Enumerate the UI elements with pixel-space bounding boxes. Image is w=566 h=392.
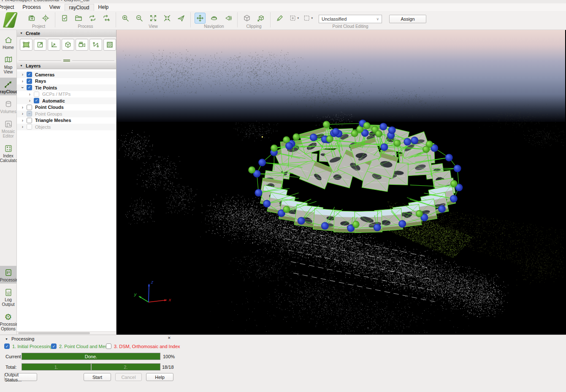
checkbox[interactable]: ✓	[34, 98, 39, 103]
layers-panel-header[interactable]: ▼ Layers	[17, 62, 116, 69]
layers-panel-title: Layers	[26, 63, 41, 68]
collapse-triangle-icon[interactable]: ▼	[5, 338, 8, 341]
processing-panel-title: Processing	[11, 336, 34, 341]
layer-row-tie-points[interactable]: › ✓ Tie Points	[17, 84, 116, 91]
layer-row-gcps-mtps[interactable]: › GCPs / MTPs	[17, 91, 116, 98]
checkbox[interactable]	[106, 343, 111, 349]
checkbox[interactable]: ✓	[27, 85, 32, 90]
create-orthoplane-icon[interactable]	[48, 39, 60, 51]
current-percent: 100%	[163, 354, 175, 359]
create-polyline-icon[interactable]	[89, 39, 102, 51]
expander-icon[interactable]: ›	[27, 92, 32, 97]
expander-icon[interactable]: ›	[20, 72, 25, 77]
process-check-icon[interactable]	[59, 13, 70, 24]
clipping-edit-icon[interactable]	[255, 13, 266, 24]
step-point-cloud-mesh[interactable]: ✓ 2. Point Cloud and Mesh	[51, 343, 110, 349]
sidebar-item-raycloud[interactable]: rayCloud	[0, 78, 16, 95]
sidebar-item-volumes[interactable]: Volumes	[0, 97, 16, 115]
layer-row-automatic[interactable]: › ✓ Automatic	[17, 97, 116, 104]
edit-point-cloud-pen-icon[interactable]	[274, 13, 285, 24]
checkbox[interactable]: –	[27, 111, 32, 116]
create-region-icon[interactable]	[103, 39, 116, 51]
sidebar-item-processing[interactable]: Processing	[0, 266, 16, 284]
sidebar-item-mosaic-editor[interactable]: Mosaic Editor	[0, 117, 16, 140]
expander-icon[interactable]: ›	[20, 79, 25, 84]
close-icon[interactable]: ✕	[168, 336, 171, 340]
expander-icon[interactable]: ›	[27, 98, 32, 103]
expander-icon[interactable]: ›	[20, 105, 25, 110]
cancel-button[interactable]: Cancel	[115, 373, 142, 381]
layer-row-objects[interactable]: › Objects	[17, 124, 116, 130]
assign-button[interactable]: Assign	[389, 15, 426, 23]
expander-icon[interactable]: ›	[20, 124, 25, 129]
open-results-folder-icon[interactable]	[73, 13, 84, 24]
collapse-triangle-icon[interactable]: ▼	[20, 64, 23, 67]
sidebar-item-log-output[interactable]: LOG Log Output	[0, 286, 16, 308]
menu-help[interactable]: Help	[94, 4, 113, 11]
expander-icon[interactable]: ›	[20, 118, 25, 123]
toolbar-group-label: View	[149, 24, 158, 29]
checkbox[interactable]: ✓	[27, 72, 32, 77]
sidebar-item-processing-options[interactable]: ⚙ Processing Options	[0, 310, 16, 333]
layer-row-cameras[interactable]: › ✓ Cameras	[17, 71, 116, 78]
selection-add-tool-icon[interactable]: ▾	[288, 13, 299, 24]
horizontal-scrollbar[interactable]	[17, 331, 116, 335]
raycloud-3d-view[interactable]	[116, 30, 565, 335]
recenter-view-icon[interactable]	[40, 13, 51, 24]
scrollbar-thumb[interactable]	[18, 332, 90, 334]
zoom-selection-icon[interactable]	[162, 13, 173, 24]
clipping-box-icon[interactable]	[241, 13, 252, 24]
layers-tree: › ✓ Cameras › ✓ Rays › ✓ Tie Points › GC…	[17, 69, 116, 331]
menu-process[interactable]: Process	[18, 4, 45, 11]
checkbox[interactable]	[27, 124, 32, 130]
fly-view-icon[interactable]	[176, 13, 187, 24]
left-panel: ▼ Create	[17, 30, 116, 335]
dropdown-caret-icon[interactable]: ▾	[297, 16, 299, 20]
help-button[interactable]: Help	[146, 373, 173, 381]
menu-view[interactable]: View	[45, 4, 65, 11]
create-rectified-surface-icon[interactable]	[34, 39, 46, 51]
zoom-in-icon[interactable]	[120, 13, 131, 24]
create-panel-header[interactable]: ▼ Create	[17, 30, 116, 37]
reprocess-icon[interactable]	[87, 13, 98, 24]
checkbox[interactable]: ✓	[51, 343, 57, 349]
layer-row-point-clouds[interactable]: › Point Clouds	[17, 104, 116, 111]
point-class-dropdown[interactable]: Unclassified ∨	[319, 15, 382, 23]
splitter-handle-icon[interactable]	[63, 59, 70, 62]
home-icon	[4, 35, 13, 45]
checkbox[interactable]	[27, 105, 32, 110]
panel-splitter[interactable]	[17, 59, 116, 62]
sidebar-item-index-calculator[interactable]: Index Calculator	[0, 142, 16, 164]
look-around-icon[interactable]	[222, 13, 233, 24]
checkbox[interactable]	[34, 92, 39, 97]
create-video-animation-icon[interactable]	[76, 39, 88, 51]
trackball-orbit-icon[interactable]	[209, 13, 219, 24]
dropdown-caret-icon[interactable]: ▾	[311, 16, 313, 20]
processing-panel-header[interactable]: ▼ Processing	[5, 336, 34, 341]
layer-row-rays[interactable]: › ✓ Rays	[17, 78, 116, 85]
layer-row-triangle-meshes[interactable]: › Triangle Meshes	[17, 117, 116, 124]
step-dsm-orthomosaic[interactable]: 3. DSM, Orthomosaic and Index	[106, 343, 180, 349]
pan-tool-icon[interactable]	[195, 13, 206, 24]
sidebar-item-map-view[interactable]: Map View	[0, 53, 16, 76]
new-project-icon[interactable]	[26, 13, 37, 24]
step-initial-processing[interactable]: ✓ 1. Initial Processing	[4, 343, 52, 349]
menu-raycloud[interactable]: rayCloud	[65, 4, 94, 11]
expander-icon[interactable]: ›	[20, 85, 25, 90]
collapse-triangle-icon[interactable]: ▼	[20, 32, 23, 35]
zoom-out-icon[interactable]	[134, 13, 145, 24]
checkbox[interactable]	[27, 118, 32, 123]
create-volume-icon[interactable]	[62, 39, 74, 51]
expander-icon[interactable]: ›	[20, 111, 25, 116]
checkbox[interactable]: ✓	[27, 78, 32, 84]
output-status-button[interactable]: Output Status...	[4, 373, 37, 381]
checkbox[interactable]: ✓	[4, 343, 10, 349]
menu-project[interactable]: Project	[0, 4, 18, 11]
reoptimize-icon[interactable]	[101, 13, 112, 24]
selection-tool-icon[interactable]: ▾	[302, 13, 313, 24]
sidebar-item-home[interactable]: Home	[0, 33, 16, 51]
start-button[interactable]: Start	[84, 373, 111, 381]
create-surface-icon[interactable]	[20, 39, 32, 51]
layer-row-point-groups[interactable]: › – Point Groups	[17, 111, 116, 117]
zoom-fit-icon[interactable]	[148, 13, 159, 24]
